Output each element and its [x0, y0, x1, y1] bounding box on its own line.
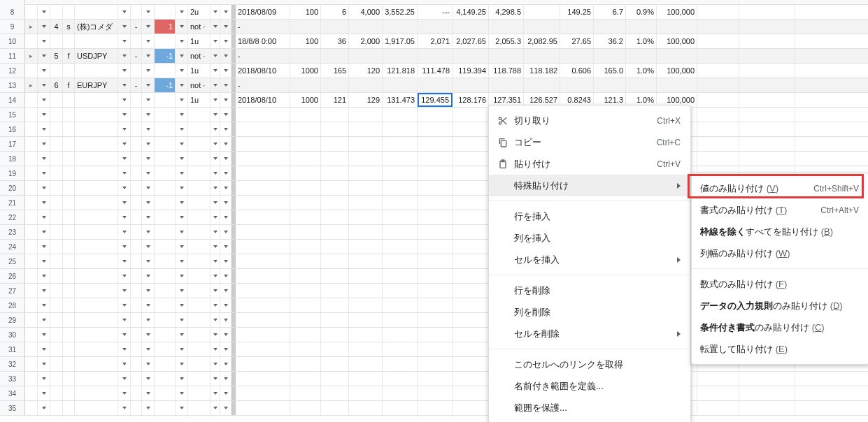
cell[interactable] [118, 269, 131, 283]
cell[interactable] [321, 166, 349, 180]
cell[interactable] [176, 20, 188, 34]
cell[interactable] [75, 64, 118, 78]
cell[interactable] [418, 166, 453, 180]
cell[interactable] [290, 342, 321, 356]
cell[interactable] [118, 225, 131, 239]
cell[interactable] [418, 137, 453, 151]
cell[interactable] [349, 401, 383, 415]
cell[interactable] [383, 401, 418, 415]
cell[interactable] [176, 49, 188, 63]
cell[interactable] [290, 152, 321, 166]
dropdown-icon[interactable] [213, 304, 218, 307]
cell[interactable]: 121.818 [383, 64, 418, 78]
menu-protect-range[interactable]: 範囲を保護... [489, 397, 690, 419]
cell[interactable] [453, 372, 489, 386]
dropdown-icon[interactable] [180, 143, 184, 145]
cell[interactable] [211, 313, 220, 327]
cell[interactable] [38, 386, 50, 400]
cell[interactable] [220, 34, 232, 48]
cell[interactable] [560, 78, 594, 92]
dropdown-icon[interactable] [42, 333, 46, 336]
cell[interactable]: 4,000 [349, 5, 383, 19]
row-header[interactable]: 32 [0, 357, 25, 371]
cell[interactable] [453, 386, 489, 400]
row-header[interactable]: 23 [0, 225, 25, 239]
cell[interactable] [453, 210, 489, 224]
cell[interactable] [211, 342, 220, 356]
cell[interactable] [38, 357, 50, 371]
cell[interactable]: 100 [290, 5, 321, 19]
cell[interactable] [38, 342, 50, 356]
cell[interactable] [50, 210, 63, 224]
cell[interactable] [188, 181, 211, 195]
cell[interactable] [38, 122, 50, 136]
dropdown-icon[interactable] [224, 407, 228, 409]
cell[interactable] [453, 49, 489, 63]
cell[interactable] [176, 254, 188, 268]
cell[interactable] [131, 210, 142, 224]
cell[interactable] [142, 225, 155, 239]
cell[interactable] [211, 401, 220, 415]
dropdown-icon[interactable] [180, 201, 184, 204]
cell[interactable] [383, 152, 418, 166]
cell[interactable] [118, 64, 131, 78]
dropdown-icon[interactable] [224, 128, 228, 131]
cell[interactable] [211, 181, 220, 195]
cell[interactable] [38, 166, 50, 180]
cell[interactable] [739, 20, 795, 34]
cell[interactable] [236, 254, 290, 268]
cell[interactable] [118, 49, 131, 63]
cell[interactable] [383, 49, 418, 63]
submenu-paste-cond-format[interactable]: 条件付き書式のみ貼り付け (C) [692, 316, 868, 338]
dropdown-icon[interactable] [146, 319, 150, 321]
cell[interactable] [349, 298, 383, 312]
dropdown-icon[interactable] [213, 143, 218, 145]
cell[interactable] [188, 284, 211, 298]
cell[interactable] [349, 225, 383, 239]
submenu-paste-validation[interactable]: データの入力規則のみ貼り付け (D) [692, 295, 868, 316]
cell[interactable] [524, 5, 560, 19]
cell[interactable] [131, 93, 142, 107]
dropdown-icon[interactable] [180, 407, 184, 409]
row-header[interactable]: 25 [0, 254, 25, 268]
cell[interactable] [142, 210, 155, 224]
cell[interactable] [383, 298, 418, 312]
cell[interactable] [38, 269, 50, 283]
cell[interactable] [657, 49, 697, 63]
cell[interactable] [155, 93, 176, 107]
cell[interactable]: 2018/08/10 [236, 64, 290, 78]
cell[interactable] [50, 137, 63, 151]
cell[interactable] [349, 284, 383, 298]
menu-get-link[interactable]: このセルへのリンクを取得 [489, 354, 690, 375]
dropdown-icon[interactable] [213, 99, 218, 101]
dropdown-icon[interactable] [213, 69, 218, 72]
dropdown-icon[interactable] [146, 304, 150, 307]
cell[interactable]: f [63, 78, 75, 92]
cell[interactable] [383, 196, 418, 210]
cell[interactable] [131, 34, 142, 48]
cell[interactable] [321, 152, 349, 166]
cell[interactable]: 165 [321, 64, 349, 78]
cell[interactable] [63, 122, 75, 136]
cell[interactable] [75, 313, 118, 327]
row-header[interactable]: 18 [0, 152, 25, 166]
cell[interactable]: 2,055.3 [489, 34, 524, 48]
row-header[interactable]: 17 [0, 137, 25, 151]
cell[interactable] [155, 401, 176, 415]
cell[interactable] [176, 34, 188, 48]
cell[interactable] [321, 240, 349, 254]
cell[interactable]: - [236, 20, 290, 34]
cell[interactable] [118, 328, 131, 342]
cell[interactable] [118, 93, 131, 107]
cell[interactable] [220, 401, 232, 415]
dropdown-icon[interactable] [224, 392, 228, 395]
cell[interactable] [349, 269, 383, 283]
row-header[interactable]: 12 [0, 64, 25, 78]
row-header[interactable]: 14 [0, 93, 25, 107]
cell[interactable] [118, 313, 131, 327]
cell[interactable] [383, 137, 418, 151]
cell[interactable] [418, 298, 453, 312]
cell[interactable] [739, 5, 795, 19]
cell[interactable] [118, 372, 131, 386]
cell[interactable] [418, 313, 453, 327]
